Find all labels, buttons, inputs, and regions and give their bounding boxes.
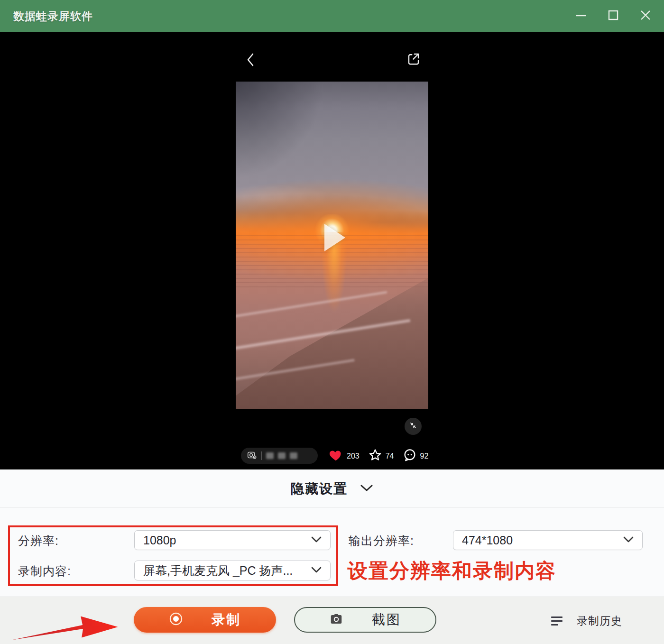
divider — [0, 507, 664, 508]
annotation-arrow — [12, 613, 133, 642]
minimize-icon — [575, 9, 587, 23]
maximize-icon — [607, 9, 619, 23]
like-count: 203 — [347, 452, 360, 460]
blurred-text — [266, 452, 274, 459]
camera-watermark-icon — [247, 450, 257, 462]
favorite-button[interactable]: 74 — [368, 448, 394, 464]
output-resolution-value: 474*1080 — [462, 534, 623, 547]
hide-settings-toggle[interactable]: 隐藏设置 — [0, 478, 664, 500]
like-button[interactable]: 203 — [328, 448, 360, 464]
external-link-icon — [406, 52, 421, 68]
watermark-pill[interactable] — [241, 448, 318, 464]
record-button-label: 录制 — [212, 611, 241, 629]
resolution-label: 分辨率: — [18, 533, 59, 549]
comment-bubble-icon — [403, 448, 417, 464]
minimize-button[interactable] — [573, 8, 589, 24]
record-button[interactable]: 录制 — [134, 607, 276, 633]
annotation-text: 设置分辨率和录制内容 — [348, 558, 556, 584]
screenshot-button[interactable]: 截图 — [294, 607, 436, 633]
maximize-button[interactable] — [605, 8, 621, 24]
close-button[interactable] — [637, 8, 654, 24]
resolution-value: 1080p — [143, 534, 311, 547]
back-button[interactable] — [243, 51, 258, 70]
settings-panel: 隐藏设置 分辨率: 1080p 录制内容: 屏幕,手机麦克风 _PC 扬声...… — [0, 469, 664, 597]
titlebar: 数据蛙录屏软件 — [0, 0, 664, 32]
record-history-label: 录制历史 — [577, 614, 622, 628]
star-icon — [368, 448, 382, 464]
favorite-count: 74 — [386, 452, 394, 460]
collapse-button[interactable] — [405, 418, 422, 435]
resolution-dropdown[interactable]: 1080p — [134, 530, 331, 550]
hide-settings-label: 隐藏设置 — [291, 480, 348, 498]
play-icon[interactable] — [324, 224, 345, 251]
mirror-stage: 203 74 92 — [0, 32, 664, 469]
output-resolution-label: 输出分辨率: — [349, 533, 414, 549]
screenshot-button-label: 截图 — [372, 611, 401, 629]
chevron-down-icon — [311, 566, 322, 575]
record-content-value: 屏幕,手机麦克风 _PC 扬声... — [143, 563, 311, 579]
blurred-text — [278, 452, 286, 459]
video-preview[interactable] — [236, 82, 428, 409]
comment-button[interactable]: 92 — [403, 448, 429, 464]
comment-count: 92 — [420, 452, 429, 460]
action-toolbar: 录制 截图 录制历史 — [0, 597, 664, 644]
chevron-down-icon — [623, 536, 634, 544]
close-icon — [639, 9, 652, 23]
collapse-icon — [408, 421, 418, 432]
camera-icon — [329, 612, 343, 628]
record-content-label: 录制内容: — [18, 563, 71, 579]
share-button[interactable] — [405, 51, 422, 68]
chevron-down-icon — [311, 536, 322, 544]
back-icon — [246, 52, 255, 69]
output-resolution-dropdown[interactable]: 474*1080 — [453, 530, 643, 550]
record-dot-icon — [169, 612, 183, 628]
record-history-button[interactable]: 录制历史 — [551, 597, 622, 644]
engagement-bar: 203 74 92 — [328, 448, 428, 465]
blurred-text — [290, 452, 297, 459]
chevron-down-icon — [360, 484, 373, 494]
divider — [261, 451, 262, 460]
window-controls — [573, 0, 654, 32]
record-content-dropdown[interactable]: 屏幕,手机麦克风 _PC 扬声... — [134, 561, 331, 580]
heart-icon — [328, 448, 343, 464]
list-icon — [551, 616, 563, 626]
window-title: 数据蛙录屏软件 — [13, 9, 93, 24]
app-window: 数据蛙录屏软件 — [0, 0, 664, 644]
